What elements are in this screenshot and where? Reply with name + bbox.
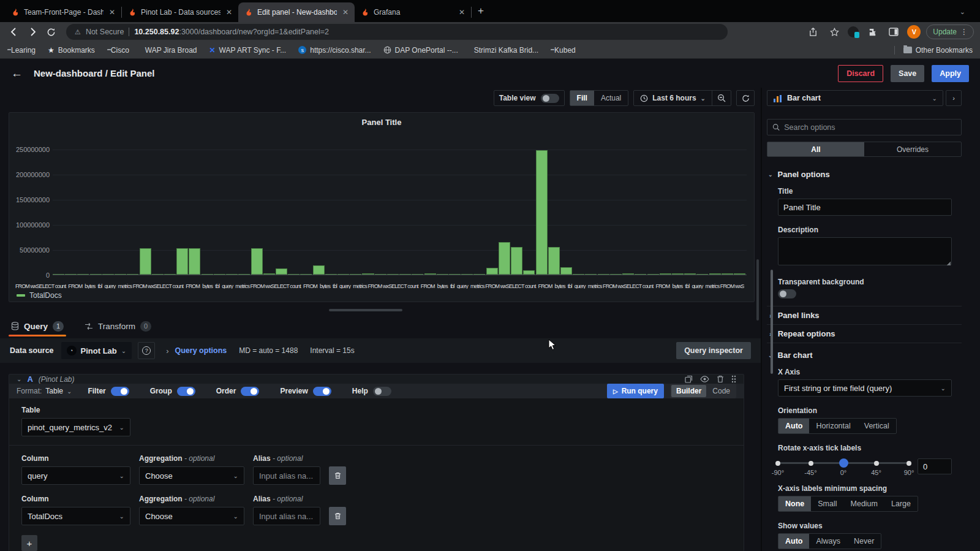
bookmark-star-icon[interactable] xyxy=(826,24,842,40)
radio-option-medium[interactable]: Medium xyxy=(844,496,884,511)
bookmark-item[interactable]: ★Bookmarks xyxy=(48,46,95,55)
table-view-toggle[interactable] xyxy=(541,94,559,103)
bookmark-item[interactable]: Kubed xyxy=(551,46,576,55)
password-manager-icon[interactable] xyxy=(848,26,859,37)
remove-column-button[interactable] xyxy=(329,466,346,485)
hide-query-eye-icon[interactable] xyxy=(700,376,709,382)
browser-tab[interactable]: Team-Front-Page - Dashboard✕ xyxy=(5,2,121,22)
radio-option-horizontal[interactable]: Horizontal xyxy=(809,419,857,433)
forward-icon[interactable] xyxy=(24,24,40,40)
tab-query[interactable]: Query 1 xyxy=(9,317,66,335)
browser-tab[interactable]: Grafana✕ xyxy=(355,2,471,22)
browser-tab[interactable]: Pinot Lab - Data sources - Con✕ xyxy=(122,2,238,22)
slider-handle[interactable] xyxy=(839,458,848,468)
bookmark-item[interactable]: Cisco xyxy=(107,46,129,55)
collapse-chevron-icon[interactable]: ⌄ xyxy=(17,376,21,382)
panel-options-section-header[interactable]: ⌄ Panel options xyxy=(768,170,962,179)
refresh-button[interactable] xyxy=(736,90,755,106)
column-select[interactable]: TotalDocs⌄ xyxy=(21,507,130,525)
radio-option-small[interactable]: Small xyxy=(811,496,843,511)
resize-corner-icon[interactable] xyxy=(946,261,951,265)
apply-button[interactable]: Apply xyxy=(932,65,969,82)
tab-close-icon[interactable]: ✕ xyxy=(341,8,350,17)
profile-avatar[interactable]: V xyxy=(907,25,921,39)
sidebar-scrollbar[interactable] xyxy=(771,270,773,374)
bookmark-item[interactable]: shttps://cisco.shar... xyxy=(298,46,371,55)
tab-all[interactable]: All xyxy=(767,142,864,156)
radio-option-large[interactable]: Large xyxy=(884,496,918,511)
rotate-value-input[interactable] xyxy=(918,458,952,474)
bookmark-item[interactable]: Strimzi Kafka Brid... xyxy=(470,46,538,55)
extensions-puzzle-icon[interactable] xyxy=(864,24,880,40)
address-bar[interactable]: ⚠ Not Secure 10.250.85.92:3000/dashboard… xyxy=(66,24,728,40)
repeat-options-row[interactable]: › Repeat options xyxy=(767,325,962,343)
radio-option-always[interactable]: Always xyxy=(809,534,847,549)
alias-input[interactable]: Input alias na... xyxy=(253,507,320,525)
run-query-button[interactable]: ▷ Run query xyxy=(607,384,664,398)
bar-chart-section-header[interactable]: ⌄ Bar chart xyxy=(768,351,962,360)
bookmark-item[interactable]: WAP Jira Broad xyxy=(141,46,197,55)
filter-switch[interactable] xyxy=(111,387,129,396)
format-select[interactable]: Format: Table ⌄ xyxy=(17,387,72,395)
add-column-button[interactable]: + xyxy=(21,535,37,551)
other-bookmarks[interactable]: Other Bookmarks xyxy=(894,46,973,55)
remove-column-button[interactable] xyxy=(329,507,346,525)
reload-icon[interactable] xyxy=(43,24,59,40)
zoom-out-button[interactable] xyxy=(712,94,731,102)
builder-option[interactable]: Builder xyxy=(671,385,706,397)
radio-option-auto[interactable]: Auto xyxy=(778,534,809,549)
radio-option-none[interactable]: None xyxy=(778,496,811,511)
query-inspector-button[interactable]: Query inspector xyxy=(676,342,751,359)
radio-option-auto[interactable]: Auto xyxy=(778,419,809,433)
tab-search-chevron-icon[interactable]: ⌄ xyxy=(960,8,965,16)
browser-tab[interactable]: Edit panel - New-dashboard -✕ xyxy=(238,2,355,22)
share-icon[interactable] xyxy=(805,24,821,40)
side-panel-icon[interactable] xyxy=(886,24,902,40)
datasource-picker[interactable]: ◔ Pinot Lab ⌄ xyxy=(61,342,132,359)
collapse-options-button[interactable]: › xyxy=(946,90,962,106)
aggregation-select[interactable]: Choose⌄ xyxy=(139,507,244,525)
pane-resize-handle[interactable] xyxy=(329,309,402,311)
drag-handle-icon[interactable] xyxy=(731,375,736,383)
fill-option[interactable]: Fill xyxy=(570,91,594,105)
table-select[interactable]: pinot_query_metrics_v2 ⌄ xyxy=(21,418,130,436)
chrome-update-button[interactable]: Update ⋮ xyxy=(926,25,974,39)
help-switch[interactable] xyxy=(373,387,391,396)
order-switch[interactable] xyxy=(241,387,259,396)
x-axis-select[interactable]: First string or time field (query) ⌄ xyxy=(778,379,952,397)
kebab-menu-icon[interactable]: ⋮ xyxy=(960,28,968,36)
bookmark-item[interactable]: DAP OnePortal --... xyxy=(383,46,458,55)
delete-query-trash-icon[interactable] xyxy=(717,375,724,383)
aggregation-select[interactable]: Choose⌄ xyxy=(139,466,244,485)
datasource-help-button[interactable]: ? xyxy=(138,342,155,359)
tab-overrides[interactable]: Overrides xyxy=(864,142,961,156)
radio-option-vertical[interactable]: Vertical xyxy=(858,419,896,433)
transparent-bg-toggle[interactable] xyxy=(778,289,796,298)
query-options-link[interactable]: Query options xyxy=(175,346,227,355)
rotate-slider[interactable]: -90°-45°0°45°90° xyxy=(778,458,909,477)
bar-chart-plot[interactable] xyxy=(53,129,747,275)
panel-links-row[interactable]: › Panel links xyxy=(767,306,962,324)
time-range-picker[interactable]: Last 6 hours ⌄ xyxy=(634,94,712,102)
discard-button[interactable]: Discard xyxy=(838,65,883,82)
actual-option[interactable]: Actual xyxy=(594,91,628,105)
visualization-picker[interactable]: Bar chart ⌄ xyxy=(767,90,943,106)
column-select[interactable]: query⌄ xyxy=(21,466,130,485)
main-scrollbar[interactable] xyxy=(756,259,759,321)
new-tab-button[interactable]: + xyxy=(478,5,484,17)
options-search-input[interactable] xyxy=(784,123,956,132)
options-search[interactable] xyxy=(767,119,962,135)
duplicate-query-icon[interactable] xyxy=(685,375,693,383)
save-button[interactable]: Save xyxy=(891,65,924,82)
bookmark-item[interactable]: ✕WAP ART Sync - F... xyxy=(209,46,287,55)
alias-input[interactable]: Input alias na... xyxy=(253,466,320,485)
preview-switch[interactable] xyxy=(313,387,331,396)
chart-legend[interactable]: TotalDocs xyxy=(17,291,62,300)
bookmark-item[interactable]: Learing xyxy=(7,46,36,55)
tab-close-icon[interactable]: ✕ xyxy=(225,8,233,17)
panel-title-input[interactable] xyxy=(778,199,952,216)
group-switch[interactable] xyxy=(177,387,195,396)
code-option[interactable]: Code xyxy=(707,385,735,397)
tab-transform[interactable]: Transform 0 xyxy=(82,317,154,335)
back-icon[interactable] xyxy=(6,24,22,40)
